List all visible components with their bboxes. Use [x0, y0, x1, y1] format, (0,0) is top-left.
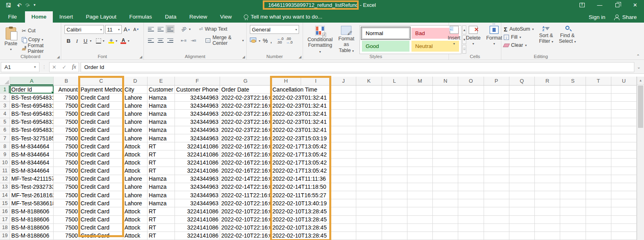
cell-K1[interactable]	[356, 86, 382, 94]
cell-H1[interactable]: Cancellation Time	[271, 86, 301, 94]
cell-U19[interactable]	[611, 232, 637, 240]
cell-G18[interactable]: 2022-02-10T22:16:06	[220, 224, 271, 232]
cancel-entry-icon[interactable]: ✕	[52, 64, 56, 70]
cell-H4[interactable]: 2022-02-23T01:32:41	[271, 110, 301, 118]
cell-O10[interactable]	[458, 159, 484, 167]
cell-N6[interactable]	[433, 126, 458, 134]
cell-R4[interactable]	[535, 110, 560, 118]
cell-B8[interactable]: 7500	[54, 142, 79, 150]
cell-A6[interactable]: BS-Test-6954831	[10, 126, 54, 134]
cell-K7[interactable]	[356, 134, 382, 142]
cell-A9[interactable]: BS-M-8344664	[10, 150, 54, 159]
cell-J2[interactable]	[331, 94, 356, 102]
cell-P1[interactable]	[484, 86, 509, 94]
cell-L2[interactable]	[382, 94, 407, 102]
save-icon[interactable]: 🖫	[6, 2, 11, 8]
cell-U17[interactable]	[611, 216, 637, 224]
cell-R3[interactable]	[535, 102, 560, 110]
cell-L16[interactable]	[382, 207, 407, 215]
cell-O8[interactable]	[458, 142, 484, 150]
column-header-H[interactable]: H	[271, 77, 301, 85]
cell-B16[interactable]: 7500	[54, 207, 79, 215]
cell-K8[interactable]	[356, 142, 382, 150]
tab-file[interactable]: File	[0, 11, 25, 23]
cell-C4[interactable]: Credit Card	[79, 110, 123, 118]
row-header-9[interactable]: 9	[0, 150, 10, 159]
cell-L6[interactable]	[382, 126, 407, 134]
cell-P8[interactable]	[484, 142, 509, 150]
cell-C11[interactable]: Credit Card	[79, 167, 123, 175]
cell-A1[interactable]: Order Id	[10, 86, 54, 94]
cell-E8[interactable]: RT	[147, 142, 175, 150]
cell-D6[interactable]: Lahore	[123, 126, 147, 134]
cell-G1[interactable]: Order Date	[220, 86, 271, 94]
cell-M13[interactable]	[407, 183, 433, 191]
formula-input[interactable]: Order Id	[81, 62, 634, 72]
bold-button[interactable]: B	[64, 37, 73, 45]
cell-G16[interactable]: 2022-02-10T22:16:06	[220, 207, 271, 215]
cell-G14[interactable]: 2022-02-11T22:16:06	[220, 191, 271, 199]
tell-me-box[interactable]: Tell me what you want to do...	[238, 11, 328, 23]
cell-D19[interactable]: Attock	[123, 232, 147, 240]
cell-T13[interactable]	[586, 183, 611, 191]
cell-O17[interactable]	[458, 216, 484, 224]
cell-F3[interactable]: 324344963	[175, 102, 220, 110]
row-header-6[interactable]: 6	[0, 126, 10, 134]
ribbon-display-options-icon[interactable]	[573, 0, 591, 10]
close-icon[interactable]: ✕	[626, 0, 644, 10]
cell-B17[interactable]: 7500	[54, 216, 79, 224]
cell-U9[interactable]	[611, 150, 637, 159]
cell-L10[interactable]	[382, 159, 407, 167]
cell-N17[interactable]	[433, 216, 458, 224]
clipboard-dialog-launcher-icon[interactable]: ◢	[57, 55, 60, 59]
tab-view[interactable]: View	[214, 11, 238, 23]
cell-S8[interactable]	[560, 142, 586, 150]
cell-M5[interactable]	[407, 118, 433, 126]
cell-C18[interactable]: Credit Card	[79, 224, 123, 232]
cell-E15[interactable]: Hamza	[147, 199, 175, 207]
cell-G2[interactable]: 2022-02-23T22:16:06	[220, 94, 271, 102]
cell-E4[interactable]: Hamza	[147, 110, 175, 118]
cell-E18[interactable]: RT	[147, 224, 175, 232]
cell-F14[interactable]: 324344963	[175, 191, 220, 199]
borders-button[interactable]	[94, 37, 102, 45]
cell-L5[interactable]	[382, 118, 407, 126]
row-header-18[interactable]: 18	[0, 224, 10, 232]
row-header-4[interactable]: 4	[0, 110, 10, 118]
cell-E13[interactable]: Hamza	[147, 183, 175, 191]
cell-A13[interactable]: BS-Test-2932733	[10, 183, 54, 191]
cell-N10[interactable]	[433, 159, 458, 167]
cell-C2[interactable]: Credit Card	[79, 94, 123, 102]
cell-P18[interactable]	[484, 224, 509, 232]
cell-F7[interactable]: 324344963	[175, 134, 220, 142]
cell-L19[interactable]	[382, 232, 407, 240]
cell-T10[interactable]	[586, 159, 611, 167]
cell-N15[interactable]	[433, 199, 458, 207]
cell-S10[interactable]	[560, 159, 586, 167]
cell-S11[interactable]	[560, 167, 586, 175]
cell-A3[interactable]: BS-Test-6954831	[10, 102, 54, 110]
cell-R12[interactable]	[535, 175, 560, 183]
cell-M15[interactable]	[407, 199, 433, 207]
cell-D11[interactable]: Attock	[123, 167, 147, 175]
cell-N5[interactable]	[433, 118, 458, 126]
cell-A14[interactable]: MF-Test-2618162	[10, 191, 54, 199]
row-header-19[interactable]: 19	[0, 232, 10, 240]
cell-O2[interactable]	[458, 94, 484, 102]
cell-J1[interactable]	[331, 86, 356, 94]
column-header-I[interactable]: I	[301, 77, 331, 85]
merge-center-button[interactable]: ↔Merge & Center	[204, 36, 241, 44]
number-dialog-launcher-icon[interactable]: ◢	[299, 55, 301, 59]
cell-N9[interactable]	[433, 150, 458, 159]
cell-Q17[interactable]	[509, 216, 535, 224]
cell-G4[interactable]: 2022-02-23T22:16:06	[220, 110, 271, 118]
cell-H7[interactable]: 2022-02-23T15:03:19	[271, 134, 301, 142]
cell-A7[interactable]: BS-Test-3275185	[10, 134, 54, 142]
cell-P19[interactable]	[484, 232, 509, 240]
cell-K3[interactable]	[356, 102, 382, 110]
cell-B12[interactable]: 7500	[54, 175, 79, 183]
cell-S1[interactable]	[560, 86, 586, 94]
cell-F5[interactable]: 324344963	[175, 118, 220, 126]
cell-R10[interactable]	[535, 159, 560, 167]
cell-O3[interactable]	[458, 102, 484, 110]
